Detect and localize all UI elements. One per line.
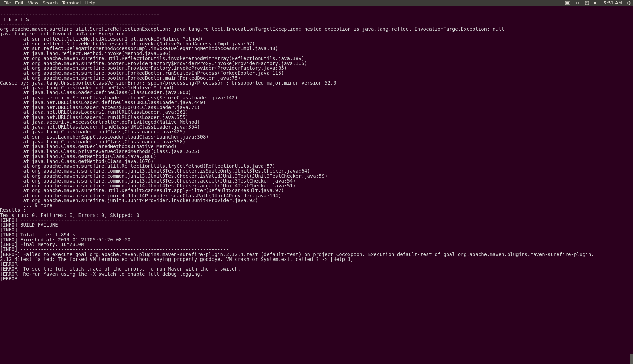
menu-view[interactable]: View: [26, 0, 41, 6]
terminal-line: [INFO] ---------------------------------…: [0, 247, 633, 252]
terminal-line: at java.net.URLClassLoader$1.run(URLClas…: [0, 115, 633, 120]
terminal-line: ----------------------------------------…: [0, 12, 633, 16]
terminal-line: [ERROR]: [0, 262, 633, 266]
menu-search[interactable]: Search: [41, 0, 60, 6]
terminal-line: [INFO] ---------------------------------…: [0, 218, 633, 222]
terminal-line: at java.lang.Class.getMethod(Class.java:…: [0, 159, 633, 164]
terminal-line: [INFO] BUILD FAILURE: [0, 222, 633, 227]
terminal-line: at org.apache.maven.surefire.common.juni…: [0, 183, 633, 188]
terminal-line: at org.apache.maven.surefire.util.Reflec…: [0, 56, 633, 61]
svg-rect-4: [566, 3, 569, 4]
terminal-line: at java.lang.ClassLoader.loadClass(Class…: [0, 129, 633, 134]
terminal-line: at java.net.URLClassLoader.access$100(UR…: [0, 105, 633, 110]
terminal-line: at java.lang.ClassLoader.loadClass(Class…: [0, 139, 633, 144]
keyboard-icon[interactable]: [565, 1, 570, 5]
terminal-line: [ERROR]: [0, 276, 633, 281]
terminal-line: at org.apache.maven.surefire.junit4.JUni…: [0, 198, 633, 203]
terminal-line: at org.apache.maven.surefire.booter.Prov…: [0, 61, 633, 66]
terminal-line: at java.net.URLClassLoader.defineClass(U…: [0, 100, 633, 105]
svg-rect-2: [567, 2, 568, 3]
terminal-line: 2.12.4:test failed: The forked VM termin…: [0, 257, 633, 262]
terminal-line: at java.security.SecureClassLoader.defin…: [0, 95, 633, 100]
menubar-right: Pi 5:51 AM: [565, 1, 632, 5]
terminal-line: Caused by: java.lang.UnsupportedClassVer…: [0, 80, 633, 85]
terminal-line: at org.apache.maven.surefire.booter.Prov…: [0, 66, 633, 70]
terminal-line: at java.lang.Class.getMethod0(Class.java…: [0, 154, 633, 159]
menu-terminal[interactable]: Terminal: [60, 0, 83, 6]
terminal-line: at org.apache.maven.surefire.booter.Fork…: [0, 76, 633, 80]
terminal-line: [INFO] Final Memory: 16M/310M: [0, 242, 633, 247]
terminal-line: at java.net.URLClassLoader$1.run(URLClas…: [0, 110, 633, 114]
svg-point-8: [629, 3, 630, 4]
terminal-line: at org.apache.maven.surefire.booter.Fork…: [0, 70, 633, 75]
terminal-line: ----------------------------------------…: [0, 22, 633, 26]
terminal-line: at org.apache.maven.surefire.common.juni…: [0, 168, 633, 173]
terminal-line: [ERROR] Failed to execute goal org.apach…: [0, 252, 633, 257]
svg-rect-3: [568, 2, 569, 3]
terminal-output[interactable]: ----------------------------------------…: [0, 6, 633, 281]
terminal-line: at org.apache.maven.surefire.common.juni…: [0, 174, 633, 178]
menu-file[interactable]: File: [1, 0, 13, 6]
menu-edit[interactable]: Edit: [13, 0, 26, 6]
terminal-line: at java.lang.reflect.Method.invoke(Metho…: [0, 51, 633, 56]
terminal-line: at java.lang.Class.getDeclaredMethods0(N…: [0, 144, 633, 149]
terminal-line: at java.lang.Class.privateGetDeclaredMet…: [0, 149, 633, 154]
terminal-line: Results :: [0, 208, 633, 212]
terminal-line: at sun.reflect.DelegatingMethodAccessorI…: [0, 46, 633, 51]
terminal-line: org.apache.maven.surefire.util.SurefireR…: [0, 26, 633, 31]
terminal-line: [ERROR] To see the full stack trace of t…: [0, 266, 633, 271]
svg-text:Pi: Pi: [586, 2, 588, 5]
menu-help[interactable]: Help: [83, 0, 97, 6]
svg-rect-0: [565, 1, 570, 5]
terminal-line: at sun.misc.Launcher$AppClassLoader.load…: [0, 134, 633, 139]
terminal-line: java.lang.reflect.InvocationTargetExcept…: [0, 31, 633, 36]
settings-gear-icon[interactable]: [627, 1, 632, 5]
terminal-line: [INFO] Total time: 1.894 s: [0, 232, 633, 237]
terminal-line: at sun.reflect.NativeMethodAccessorImpl.…: [0, 41, 633, 46]
terminal-line: at java.security.AccessController.doPriv…: [0, 120, 633, 124]
terminal-line: Tests run: 0, Failures: 0, Errors: 0, Sk…: [0, 213, 633, 218]
menubar: File Edit View Search Terminal Help Pi 5…: [0, 0, 633, 6]
terminal-line: ... 9 more: [0, 203, 633, 208]
clock[interactable]: 5:51 AM: [604, 1, 622, 5]
terminal-line: at org.apache.maven.surefire.util.Defaul…: [0, 188, 633, 193]
terminal-line: at org.apache.maven.surefire.junit4.JUni…: [0, 193, 633, 198]
terminal-line: [INFO] ---------------------------------…: [0, 227, 633, 232]
terminal-line: T E S T S: [0, 17, 633, 22]
menubar-left: File Edit View Search Terminal Help: [1, 0, 97, 6]
scrollbar-thumb[interactable]: [630, 354, 633, 364]
terminal-line: at java.lang.ClassLoader.defineClass(Cla…: [0, 90, 633, 95]
sound-icon[interactable]: [594, 1, 599, 5]
terminal-line: at java.lang.ClassLoader.defineClass1(Na…: [0, 85, 633, 90]
terminal-line: at sun.reflect.NativeMethodAccessorImpl.…: [0, 36, 633, 41]
terminal-line: at java.net.URLClassLoader.findClass(URL…: [0, 124, 633, 129]
terminal-line: [ERROR] Re-run Maven using the -X switch…: [0, 272, 633, 276]
terminal-line: at org.apache.maven.surefire.common.juni…: [0, 178, 633, 183]
svg-rect-1: [566, 2, 567, 3]
terminal-line: [INFO] Finished at: 2019-01-21T05:51:20-…: [0, 237, 633, 242]
network-icon[interactable]: [575, 1, 580, 5]
indicator-icon[interactable]: Pi: [585, 1, 589, 5]
terminal-line: at org.apache.maven.surefire.util.Reflec…: [0, 164, 633, 168]
